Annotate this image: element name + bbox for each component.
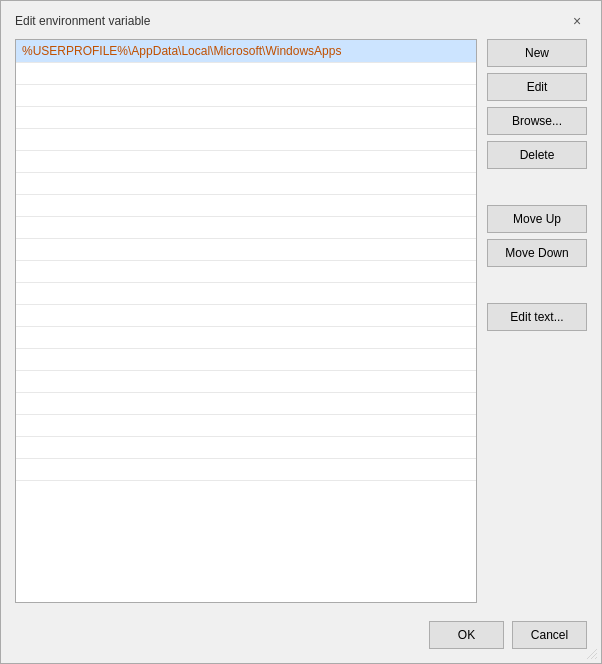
list-item[interactable]: %USERPROFILE%\AppData\Local\Microsoft\Wi… bbox=[16, 40, 476, 63]
spacer bbox=[487, 273, 587, 297]
edit-text-button[interactable]: Edit text... bbox=[487, 303, 587, 331]
empty-row bbox=[16, 349, 476, 371]
empty-row bbox=[16, 129, 476, 151]
empty-row bbox=[16, 437, 476, 459]
empty-row bbox=[16, 151, 476, 173]
new-button[interactable]: New bbox=[487, 39, 587, 67]
resize-handle[interactable] bbox=[587, 649, 597, 659]
cancel-button[interactable]: Cancel bbox=[512, 621, 587, 649]
ok-button[interactable]: OK bbox=[429, 621, 504, 649]
content-area: %USERPROFILE%\AppData\Local\Microsoft\Wi… bbox=[1, 39, 601, 613]
move-down-button[interactable]: Move Down bbox=[487, 239, 587, 267]
empty-row bbox=[16, 85, 476, 107]
empty-row bbox=[16, 393, 476, 415]
empty-row bbox=[16, 195, 476, 217]
empty-row bbox=[16, 283, 476, 305]
edit-button[interactable]: Edit bbox=[487, 73, 587, 101]
dialog-title: Edit environment variable bbox=[15, 14, 150, 28]
empty-row bbox=[16, 63, 476, 85]
delete-button[interactable]: Delete bbox=[487, 141, 587, 169]
footer: OK Cancel bbox=[1, 613, 601, 663]
title-bar: Edit environment variable × bbox=[1, 1, 601, 39]
move-up-button[interactable]: Move Up bbox=[487, 205, 587, 233]
empty-row bbox=[16, 239, 476, 261]
empty-row bbox=[16, 173, 476, 195]
svg-line-2 bbox=[595, 657, 597, 659]
empty-row bbox=[16, 415, 476, 437]
spacer bbox=[487, 175, 587, 199]
empty-row bbox=[16, 327, 476, 349]
browse-button[interactable]: Browse... bbox=[487, 107, 587, 135]
empty-row bbox=[16, 261, 476, 283]
empty-row bbox=[16, 217, 476, 239]
buttons-panel: New Edit Browse... Delete Move Up Move D… bbox=[487, 39, 587, 603]
empty-row bbox=[16, 305, 476, 327]
close-button[interactable]: × bbox=[567, 11, 587, 31]
empty-row bbox=[16, 459, 476, 481]
env-variable-list[interactable]: %USERPROFILE%\AppData\Local\Microsoft\Wi… bbox=[15, 39, 477, 603]
edit-env-variable-dialog: Edit environment variable × %USERPROFILE… bbox=[0, 0, 602, 664]
empty-row bbox=[16, 107, 476, 129]
empty-row bbox=[16, 371, 476, 393]
